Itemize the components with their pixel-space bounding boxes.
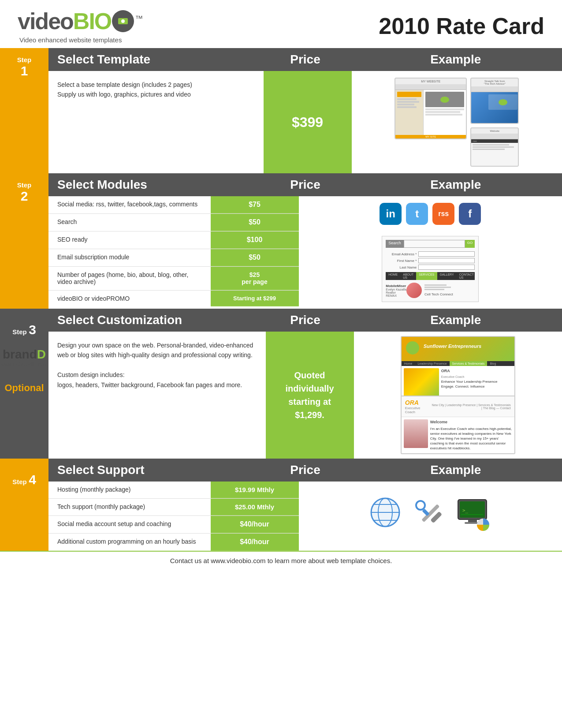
mock-bar-2 [471, 87, 518, 92]
lastname-label: Last Name [386, 265, 417, 269]
lastname-field-row: Last Name [386, 265, 475, 270]
step3-desc1: Design your own space on the web. Person… [57, 340, 257, 360]
support-price-3: $40/hour [211, 516, 299, 533]
presenter-row: MobileMiser Evelyn KazatfaRealtorREMAX C… [386, 283, 475, 298]
nav-services: SERVICES [416, 272, 437, 280]
step1-number: 1 [21, 64, 28, 78]
nav-home: HOME [386, 272, 400, 280]
logo-tagline: Video enhanced website templates [19, 36, 142, 44]
module-row-6: videoBIO or videoPROMO Starting at $299 [48, 291, 299, 306]
module-name-3: SEO ready [48, 231, 211, 249]
support-name-1: Hosting (monthly package) [48, 482, 211, 498]
sf-nav: Home Leadership Presence Services & Test… [402, 361, 514, 366]
form-mockup: Search GO Email Address * First Name * L… [382, 236, 479, 302]
step4-header: Select Support Price Example [48, 459, 562, 482]
lastname-input [418, 265, 475, 270]
support-name-4: Additional custom programming on an hour… [48, 534, 211, 551]
mock-content-2 [471, 92, 519, 123]
email-field-row: Email Address * [386, 251, 475, 257]
step3-section: Step 3 brandD www.thebrandID.com Optiona… [0, 309, 562, 459]
step4-label-content: Step 4 Optional [1, 467, 47, 520]
brand-id: D [37, 347, 46, 361]
module-price-2: $50 [211, 214, 299, 231]
step2-header-price: Price [261, 173, 350, 196]
sf-heading: ORAExecutive Coach [441, 368, 498, 379]
step4-content: Select Support Price Example Hosting (mo… [48, 459, 562, 551]
globe-svg [368, 495, 403, 530]
svg-point-7 [416, 501, 425, 510]
mock-title-3: Website [471, 128, 518, 134]
step4-example: >_ [299, 482, 562, 551]
module-price-3: $100 [211, 231, 299, 249]
footer-text: Contact us at www.videobio.com to learn … [170, 557, 392, 564]
step4-word: Step [12, 478, 27, 485]
header: videoBIO™ Video enhanced website templat… [0, 0, 562, 48]
module-row-2: Search $50 [48, 214, 299, 231]
step3-header: Select Customization Price Example [48, 309, 562, 332]
support-row-1: Hosting (monthly package) $19.99 Mthly [48, 482, 299, 499]
social-icons: in t rss f [380, 203, 481, 225]
sf-body-text: Enhance Your Leadership PresenceEngage. … [441, 379, 498, 389]
module-row-1: Social media: rss, twitter, facebook,tag… [48, 196, 299, 214]
sf-nav-2: Leadership Presence [415, 361, 449, 366]
sf-nav-1: Home [402, 361, 415, 366]
ora-photo [404, 419, 428, 448]
email-label: Email Address * [386, 252, 417, 256]
step1-body: Select a base template design (includes … [48, 71, 562, 173]
step1-label: Step 1 [0, 48, 48, 173]
brand-url: www.thebrandID.com [1, 362, 48, 367]
module-price-1: $75 [211, 196, 299, 213]
brand-logo-text: brandD [1, 347, 48, 362]
module-name-4: Email subscription module [48, 249, 211, 266]
module-price-5: $25per page [211, 267, 299, 290]
module-name-1: Social media: rss, twitter, facebook,tag… [48, 196, 211, 213]
step3-content: Select Customization Price Example Desig… [48, 309, 562, 459]
sf-header: Sunflower Entrepreneurs [402, 337, 514, 361]
step3-number: 3 [29, 322, 36, 337]
tools-svg [412, 497, 447, 533]
support-row-2: Tech support (monthly package) $25.00 Mt… [48, 499, 299, 516]
step3-example: Sunflower Entrepreneurs Home Leadership … [354, 332, 562, 459]
mock-bar-3 [471, 134, 518, 139]
mock-content-3: nav [471, 139, 519, 166]
support-name-3: Social media account setup and coaching [48, 516, 211, 533]
sf-circle [406, 341, 419, 355]
ora-body: Welcome I'm an Executive Coach who coach… [402, 417, 514, 453]
module-row-4: Email subscription module $50 [48, 249, 299, 267]
search-bar: Search GO [386, 240, 475, 248]
ora-header: ORA Executive Coach New City | Leadershi… [402, 396, 514, 417]
step3-header-title: Select Customization [48, 309, 261, 332]
step2-body: Social media: rss, twitter, facebook,tag… [48, 196, 562, 309]
mock-strip: MY SITE [395, 135, 466, 138]
step3-desc2: Custom design includes:logos, headers, T… [57, 370, 257, 390]
step2-header: Select Modules Price Example [48, 173, 562, 196]
footer: Contact us at www.videobio.com to learn … [0, 551, 562, 570]
mock-browser-3: Website nav [470, 127, 519, 167]
email-input [418, 251, 475, 257]
ora-body-text: I'm an Executive Coach who coaches high-… [430, 426, 512, 451]
screen-icon: >_ [456, 497, 493, 534]
tools-icon [412, 497, 447, 534]
sf-text: ORAExecutive Coach Enhance Your Leadersh… [441, 368, 498, 399]
presenter-photo [406, 283, 422, 298]
search-field [404, 240, 465, 248]
step2-content: Select Modules Price Example Social medi… [48, 173, 562, 309]
step1-example: MY WEBSITE [352, 71, 562, 173]
mock-browser-2: Straight Talk from"The Rich Advisor" [470, 78, 519, 124]
svg-rect-12 [468, 519, 477, 522]
globe-icon [368, 495, 403, 537]
step4-header-example: Example [350, 459, 562, 482]
ora-heading: Welcome [430, 419, 512, 425]
step3-description: Design your own space on the web. Person… [48, 332, 266, 459]
ora-subtitle: Executive Coach [405, 406, 424, 414]
sunflower-site: Sunflower Entrepreneurs Home Leadership … [401, 336, 515, 402]
linkedin-icon: in [380, 203, 402, 225]
sf-image [404, 368, 439, 399]
svg-rect-15 [461, 514, 483, 515]
module-name-5: Number of pages (home, bio, about, blog,… [48, 267, 211, 290]
nav-about: ABOUT US [400, 272, 416, 280]
step2-label: Step 2 [0, 173, 48, 309]
step4-number: 4 [29, 472, 36, 487]
step4-step-text: Step 4 [12, 473, 36, 486]
support-row-4: Additional custom programming on an hour… [48, 534, 299, 551]
